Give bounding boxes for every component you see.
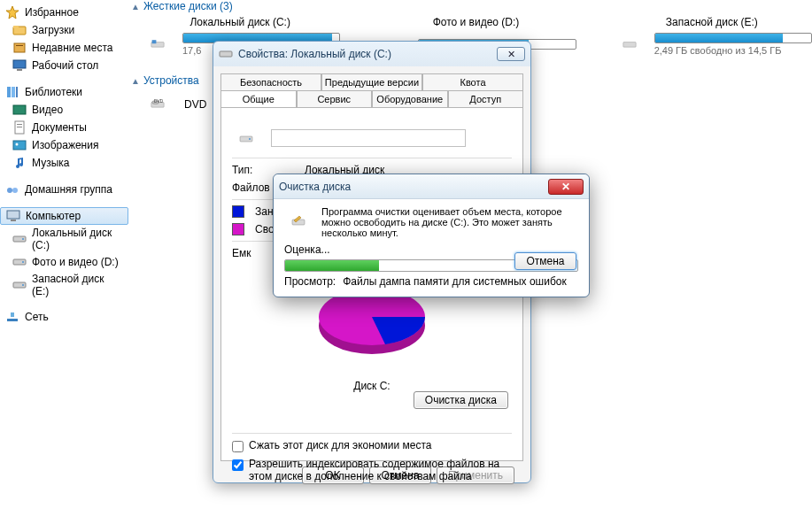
recent-icon xyxy=(12,41,27,55)
usage-bar xyxy=(654,33,812,43)
used-label: Зан xyxy=(255,205,274,218)
label: Документы xyxy=(32,121,87,134)
titlebar[interactable]: Свойства: Локальный диск (C:) ✕ xyxy=(213,42,530,66)
sidebar-music[interactable]: Музыка xyxy=(0,154,128,172)
label: Видео xyxy=(32,104,63,116)
svg-rect-12 xyxy=(17,124,22,125)
label: Загрузки xyxy=(32,24,74,36)
cleanup-icon xyxy=(284,206,313,235)
drive-name: Запасной диск (E:) xyxy=(612,16,812,28)
svg-point-37 xyxy=(249,138,251,140)
drive-e[interactable]: Запасной диск (E:) 2,49 ГБ свободно из 1… xyxy=(612,16,812,58)
drive-name: Фото и видео (D:) xyxy=(375,16,576,28)
dvd-icon: DVD xyxy=(140,90,175,119)
index-checkbox-row[interactable]: Разрешить индексировать содержимое файло… xyxy=(232,458,512,482)
sidebar-drive-c[interactable]: Локальный диск (C:) xyxy=(0,225,128,253)
cleanup-message: Программа очистки оценивает объем места,… xyxy=(321,206,578,238)
tab-hardware[interactable]: Оборудование xyxy=(372,90,448,107)
sidebar-drive-d[interactable]: Фото и видео (D:) xyxy=(0,253,128,271)
sidebar-favorites[interactable]: Избранное xyxy=(0,4,128,21)
svg-rect-9 xyxy=(16,87,18,97)
close-button[interactable]: ✕ xyxy=(548,179,584,195)
svg-rect-18 xyxy=(7,211,19,219)
drive-icon xyxy=(12,278,27,292)
tab-security[interactable]: Безопасность xyxy=(220,73,321,90)
music-icon xyxy=(12,156,27,170)
tab-prev-versions[interactable]: Предыдущие версии xyxy=(321,73,422,90)
label: Избранное xyxy=(25,6,79,19)
svg-rect-19 xyxy=(11,220,16,221)
video-icon xyxy=(12,103,27,117)
sidebar-drive-e[interactable]: Запасной диск (E:) xyxy=(0,271,128,299)
tab-sharing[interactable]: Доступ xyxy=(448,90,524,107)
sidebar-downloads[interactable]: Загрузки xyxy=(0,21,128,39)
svg-rect-35 xyxy=(220,51,232,57)
drive-name: Локальный диск (C:) xyxy=(140,16,340,28)
svg-point-17 xyxy=(12,188,18,193)
compress-checkbox-row[interactable]: Сжать этот диск для экономии места xyxy=(232,439,512,452)
tab-quota[interactable]: Квота xyxy=(422,73,523,90)
svg-rect-26 xyxy=(7,319,18,321)
tab-row-1: Безопасность Предыдущие версии Квота xyxy=(220,73,523,90)
star-icon xyxy=(5,5,19,19)
computer-icon xyxy=(6,209,20,223)
svg-rect-13 xyxy=(17,127,22,127)
svg-rect-29 xyxy=(152,40,157,43)
sidebar-recent[interactable]: Недавние места xyxy=(0,39,128,57)
tab-tools[interactable]: Сервис xyxy=(297,90,373,107)
collapse-icon: ▲ xyxy=(131,2,140,12)
label: Сеть xyxy=(25,311,49,323)
homegroup-icon xyxy=(5,182,19,197)
titlebar[interactable]: Очистка диска ✕ xyxy=(274,174,589,199)
sidebar-documents[interactable]: Документы xyxy=(0,119,128,136)
nav-sidebar: Избранное Загрузки Недавние места Рабочи… xyxy=(0,0,128,509)
label: Недавние места xyxy=(32,42,112,54)
sidebar-homegroup[interactable]: Домашняя группа xyxy=(0,181,128,198)
cancel-button[interactable]: Отмена xyxy=(514,252,576,270)
sidebar-network[interactable]: Сеть xyxy=(0,308,128,326)
svg-marker-0 xyxy=(6,6,19,19)
sidebar-videos[interactable]: Видео xyxy=(0,101,128,119)
drive-icon xyxy=(12,255,27,269)
tab-row-2: Общие Сервис Оборудование Доступ xyxy=(220,90,523,107)
free-label: Сво xyxy=(255,223,275,235)
compress-checkbox[interactable] xyxy=(232,441,244,452)
svg-point-16 xyxy=(7,188,12,193)
drive-large-icon xyxy=(232,124,260,152)
libraries-icon xyxy=(5,85,19,99)
svg-point-15 xyxy=(16,143,19,146)
index-checkbox[interactable] xyxy=(232,459,244,471)
svg-rect-4 xyxy=(16,45,23,46)
folder-icon xyxy=(12,23,27,37)
hdd-section-header[interactable]: ▲Жесткие диски (3) xyxy=(131,0,812,16)
label: Домашняя группа xyxy=(25,183,112,196)
close-button[interactable]: ✕ xyxy=(497,47,525,61)
network-icon xyxy=(5,310,19,324)
label: Библиотеки xyxy=(25,86,82,98)
label: Рабочий стол xyxy=(32,59,98,72)
svg-rect-5 xyxy=(13,60,26,68)
used-legend-icon xyxy=(232,205,244,218)
dialog-title: Очистка диска xyxy=(279,181,543,193)
hdd-icon xyxy=(612,30,647,58)
sidebar-libraries[interactable]: Библиотеки xyxy=(0,83,128,101)
svg-rect-7 xyxy=(7,87,11,97)
svg-rect-10 xyxy=(13,105,26,114)
free-legend-icon xyxy=(232,223,244,235)
disk-cleanup-button[interactable]: Очистка диска xyxy=(414,391,508,409)
sidebar-pictures[interactable]: Изображения xyxy=(0,136,128,154)
sidebar-computer[interactable]: Компьютер xyxy=(0,207,128,225)
dvd-label: DVD xyxy=(184,98,206,111)
tab-general[interactable]: Общие xyxy=(220,90,297,107)
collapse-icon: ▲ xyxy=(131,76,140,86)
svg-point-25 xyxy=(22,284,24,286)
drive-icon xyxy=(12,232,27,246)
drive-label-input[interactable] xyxy=(271,129,466,147)
pictures-icon xyxy=(12,138,27,152)
drive-sub: 2,49 ГБ свободно из 14,5 ГБ xyxy=(654,45,812,56)
label: Изображения xyxy=(32,139,98,151)
scan-value: Файлы дампа памяти для системных ошибок xyxy=(343,275,567,288)
sidebar-desktop[interactable]: Рабочий стол xyxy=(0,57,128,74)
svg-rect-27 xyxy=(11,312,14,317)
disk-cleanup-dialog: Очистка диска ✕ Программа очистки оценив… xyxy=(273,174,590,297)
